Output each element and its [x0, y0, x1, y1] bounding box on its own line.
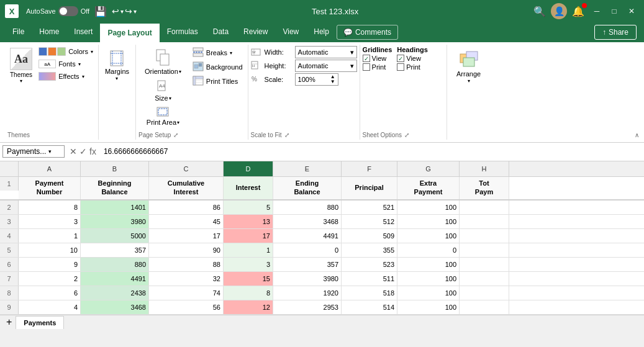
name-box[interactable]: Payments... ▾: [2, 145, 65, 158]
tab-help[interactable]: Help: [306, 22, 337, 42]
minimize-button[interactable]: ─: [589, 4, 604, 19]
table-cell[interactable]: 523: [342, 258, 397, 271]
table-cell[interactable]: 4491: [273, 229, 342, 243]
page-setup-expand-icon[interactable]: ⤢: [172, 132, 179, 138]
table-cell[interactable]: 1: [224, 243, 273, 257]
table-cell[interactable]: 56: [149, 300, 224, 314]
table-cell[interactable]: [460, 243, 509, 257]
table-cell[interactable]: 518: [342, 286, 397, 300]
table-cell[interactable]: 8: [224, 286, 273, 300]
table-cell[interactable]: 4491: [81, 272, 149, 286]
table-cell[interactable]: 514: [342, 300, 397, 314]
table-cell[interactable]: 3: [19, 215, 81, 228]
profile-avatar[interactable]: 👤: [551, 3, 567, 19]
tab-home[interactable]: Home: [32, 22, 66, 42]
table-cell[interactable]: 3980: [273, 272, 342, 286]
maximize-button[interactable]: □: [607, 4, 622, 19]
gridlines-view-checkbox[interactable]: [363, 55, 370, 62]
insert-function-icon[interactable]: fx: [89, 146, 96, 156]
table-cell[interactable]: 5: [224, 201, 273, 214]
table-cell[interactable]: 15: [224, 272, 273, 286]
table-cell[interactable]: 1: [19, 229, 81, 243]
scale-spinner[interactable]: ▲▼: [330, 74, 335, 84]
table-cell[interactable]: 45: [149, 215, 224, 228]
table-cell[interactable]: 74: [149, 286, 224, 300]
header-cell-b[interactable]: BeginningBalance: [81, 177, 149, 199]
breaks-button[interactable]: Breaks ▾: [190, 46, 245, 60]
header-cell-d[interactable]: Interest: [224, 177, 273, 199]
table-cell[interactable]: [460, 300, 509, 314]
header-cell-g[interactable]: ExtraPayment: [397, 177, 460, 199]
table-cell[interactable]: 4: [19, 300, 81, 314]
background-button[interactable]: Background: [190, 60, 245, 74]
theme-colors-button[interactable]: Colors ▾: [36, 46, 96, 57]
tab-data[interactable]: Data: [206, 22, 236, 42]
table-cell[interactable]: 100: [397, 286, 460, 300]
table-cell[interactable]: 100: [397, 229, 460, 243]
table-cell[interactable]: 100: [397, 272, 460, 286]
table-cell[interactable]: 880: [273, 201, 342, 214]
headings-print-check[interactable]: Print: [397, 63, 428, 71]
table-cell[interactable]: 100: [397, 300, 460, 314]
table-cell[interactable]: 9: [19, 258, 81, 271]
table-cell[interactable]: 100: [397, 258, 460, 271]
comments-button[interactable]: 💬 Comments: [337, 25, 398, 40]
sheet-tab-payments[interactable]: Payments: [16, 316, 64, 329]
undo-redo[interactable]: ↩ ▾ ↪ ▾: [112, 6, 137, 16]
table-cell[interactable]: 17: [224, 229, 273, 243]
col-header-d[interactable]: D: [224, 161, 273, 176]
table-cell[interactable]: 1401: [81, 201, 149, 214]
tab-review[interactable]: Review: [236, 22, 275, 42]
tab-formulas[interactable]: Formulas: [160, 22, 206, 42]
table-cell[interactable]: [460, 201, 509, 214]
table-cell[interactable]: 13: [224, 215, 273, 228]
col-header-b[interactable]: B: [81, 161, 149, 176]
notifications-icon[interactable]: 🔔: [572, 6, 584, 17]
table-cell[interactable]: 512: [342, 215, 397, 228]
gridlines-print-check[interactable]: Print: [363, 63, 392, 71]
tab-file[interactable]: File: [5, 22, 32, 42]
table-cell[interactable]: 6: [19, 286, 81, 300]
table-cell[interactable]: 0: [397, 243, 460, 257]
table-cell[interactable]: [460, 272, 509, 286]
gridlines-print-checkbox[interactable]: [363, 63, 370, 71]
table-cell[interactable]: 3980: [81, 215, 149, 228]
table-cell[interactable]: 0: [273, 243, 342, 257]
close-button[interactable]: ✕: [624, 4, 639, 19]
tab-insert[interactable]: Insert: [66, 22, 100, 42]
headings-print-checkbox[interactable]: [397, 63, 404, 71]
table-cell[interactable]: [460, 258, 509, 271]
autosave-toggle[interactable]: [58, 6, 78, 16]
table-cell[interactable]: 32: [149, 272, 224, 286]
table-cell[interactable]: 5000: [81, 229, 149, 243]
table-cell[interactable]: 509: [342, 229, 397, 243]
table-cell[interactable]: 511: [342, 272, 397, 286]
col-header-a[interactable]: A: [19, 161, 81, 176]
orientation-button[interactable]: Orientation ▾: [141, 46, 185, 78]
table-cell[interactable]: 10: [19, 243, 81, 257]
col-header-f[interactable]: F: [342, 161, 397, 176]
redo-icon[interactable]: ↪: [125, 6, 132, 16]
margins-button[interactable]: Margins ▾: [101, 46, 133, 84]
search-icon[interactable]: 🔍: [533, 6, 546, 17]
share-button[interactable]: ↑ Share: [594, 25, 637, 40]
themes-button[interactable]: Aa Themes ▾: [7, 46, 35, 86]
table-cell[interactable]: 90: [149, 243, 224, 257]
confirm-formula-icon[interactable]: ✓: [79, 146, 87, 156]
header-cell-h[interactable]: TotPaym: [460, 177, 509, 199]
arrange-button[interactable]: Arrange ▾: [453, 46, 484, 86]
col-header-g[interactable]: G: [397, 161, 460, 176]
add-sheet-button[interactable]: +: [2, 317, 16, 328]
height-combo[interactable]: Automatic ▾: [295, 60, 357, 72]
table-cell[interactable]: 86: [149, 201, 224, 214]
undo-icon[interactable]: ↩: [112, 6, 119, 16]
headings-view-check[interactable]: View: [397, 55, 428, 62]
cancel-formula-icon[interactable]: ✕: [70, 146, 77, 156]
header-cell-f[interactable]: Principal: [342, 177, 397, 199]
table-cell[interactable]: 8: [19, 201, 81, 214]
table-cell[interactable]: 100: [397, 201, 460, 214]
scale-combo[interactable]: 100% ▲▼: [295, 73, 338, 86]
table-cell[interactable]: 357: [273, 258, 342, 271]
table-cell[interactable]: 3468: [81, 300, 149, 314]
table-cell[interactable]: 2953: [273, 300, 342, 314]
